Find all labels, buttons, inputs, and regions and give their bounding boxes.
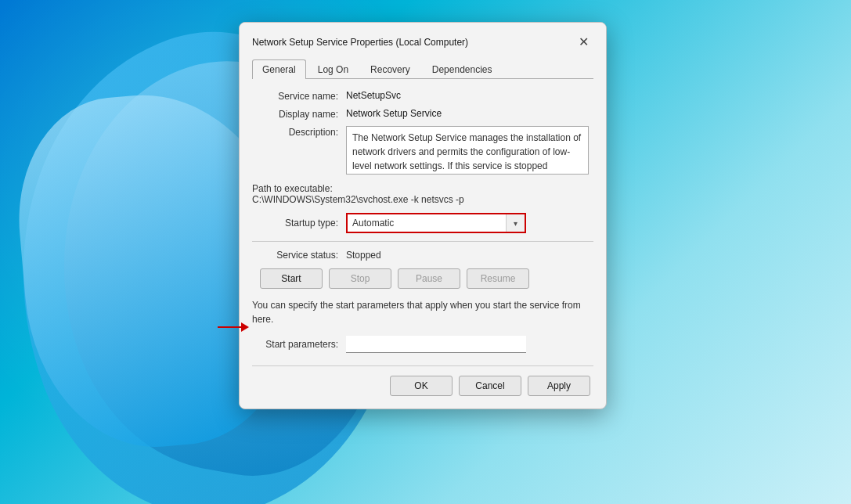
display-name-value: Network Setup Service	[346, 108, 442, 119]
start-params-row: Start parameters:	[252, 336, 593, 353]
start-params-input[interactable]	[346, 336, 526, 353]
tab-general[interactable]: General	[252, 59, 306, 79]
divider-1	[252, 241, 593, 242]
startup-type-dropdown[interactable]: Automatic ▾	[346, 213, 526, 233]
resume-button[interactable]: Resume	[467, 268, 529, 289]
display-name-label: Display name:	[252, 108, 346, 120]
stop-button[interactable]: Stop	[329, 268, 391, 289]
close-button[interactable]: ✕	[573, 32, 593, 52]
startup-type-label: Startup type:	[252, 218, 346, 229]
apply-button[interactable]: Apply	[528, 376, 590, 396]
service-status-label: Service status:	[252, 250, 346, 261]
ok-button[interactable]: OK	[390, 376, 453, 396]
description-text: The Network Setup Service manages the in…	[352, 132, 581, 171]
dialog-title: Network Setup Service Properties (Local …	[252, 37, 468, 48]
service-status-row: Service status: Stopped	[252, 250, 593, 261]
dropdown-arrow-icon: ▾	[506, 214, 525, 232]
service-control-buttons: Start Stop Pause Resume	[252, 268, 593, 289]
divider-2	[252, 365, 593, 366]
service-name-label: Service name:	[252, 90, 346, 102]
service-name-value: NetSetupSvc	[346, 90, 401, 101]
title-bar: Network Setup Service Properties (Local …	[240, 23, 606, 52]
path-label: Path to executable:	[252, 183, 333, 194]
service-name-row: Service name: NetSetupSvc	[252, 90, 593, 102]
start-params-label: Start parameters:	[252, 339, 346, 350]
bottom-buttons: OK Cancel Apply	[252, 376, 593, 396]
hint-text: You can specify the start parameters tha…	[252, 298, 593, 326]
description-box[interactable]: The Network Setup Service manages the in…	[346, 126, 589, 175]
tab-recovery[interactable]: Recovery	[360, 59, 420, 79]
description-label: Description:	[252, 126, 346, 138]
dialog-body: General Log On Recovery Dependencies Ser…	[240, 52, 606, 409]
tab-bar: General Log On Recovery Dependencies	[252, 59, 593, 79]
service-status-value: Stopped	[346, 250, 381, 261]
path-value: C:\WINDOWS\System32\svchost.exe -k netsv…	[252, 194, 593, 205]
description-row: Description: The Network Setup Service m…	[252, 126, 593, 175]
cancel-button[interactable]: Cancel	[459, 376, 521, 396]
path-section: Path to executable: C:\WINDOWS\System32\…	[252, 182, 593, 205]
display-name-row: Display name: Network Setup Service	[252, 108, 593, 120]
start-button[interactable]: Start	[260, 268, 323, 289]
startup-type-row: Startup type: Automatic ▾	[252, 213, 593, 233]
tab-logon[interactable]: Log On	[308, 59, 359, 79]
properties-dialog: Network Setup Service Properties (Local …	[239, 22, 607, 409]
tab-dependencies[interactable]: Dependencies	[422, 59, 503, 79]
startup-type-value: Automatic	[348, 218, 506, 229]
pause-button[interactable]: Pause	[398, 268, 460, 289]
